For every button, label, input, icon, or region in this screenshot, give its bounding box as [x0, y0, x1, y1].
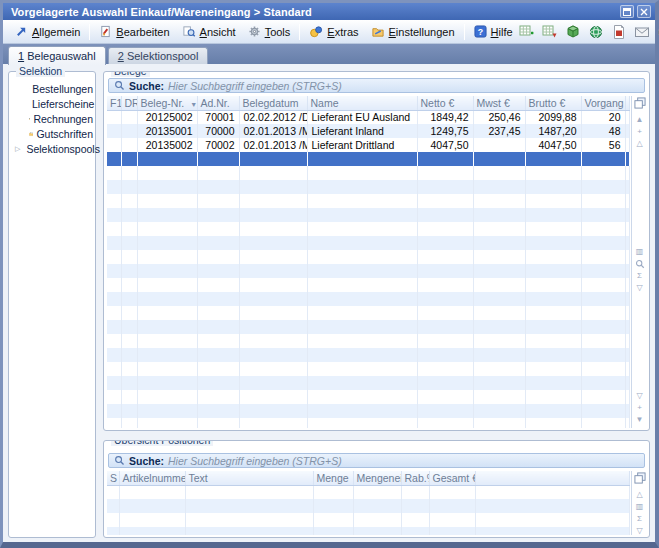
- table-row[interactable]: 201350027000202.01.2013 /MiLieferant Dri…: [107, 138, 630, 152]
- menu-hilfe[interactable]: ? Hilfe: [468, 23, 519, 40]
- menu-tools[interactable]: Tools: [242, 23, 297, 40]
- table-row[interactable]: [107, 152, 630, 166]
- search-placeholder: Hier Suchbegriff eingeben (STRG+S): [168, 455, 342, 467]
- filter-button[interactable]: ▽: [633, 282, 646, 294]
- column-header[interactable]: Mwst €: [473, 96, 525, 110]
- sidebar-item-selektionspools[interactable]: ▷Selektionspools: [9, 141, 95, 156]
- belege-panel-title: Belege: [111, 71, 150, 77]
- table-row[interactable]: [107, 390, 630, 404]
- globe-button[interactable]: [588, 23, 605, 40]
- table-row[interactable]: [107, 250, 630, 264]
- column-header[interactable]: Gesamt €: [429, 471, 475, 485]
- table-row[interactable]: [107, 306, 630, 320]
- close-button[interactable]: [637, 5, 651, 18]
- table-row[interactable]: [107, 222, 630, 236]
- menu-ansicht[interactable]: Ansicht: [176, 23, 242, 40]
- table-row[interactable]: [107, 320, 630, 334]
- column-header[interactable]: Brutto €: [525, 96, 581, 110]
- column-header[interactable]: Netto €: [417, 96, 473, 110]
- table-row[interactable]: [107, 334, 630, 348]
- column-header[interactable]: F1: [107, 96, 121, 110]
- restore-button[interactable]: [620, 5, 634, 18]
- app-window: Vorgelagerte Auswahl Einkauf/Wareneingan…: [0, 0, 659, 548]
- table-row[interactable]: [107, 513, 630, 527]
- positionen-search-input[interactable]: Suche: Hier Suchbegriff eingeben (STRG+S…: [108, 453, 645, 468]
- column-header[interactable]: Name: [307, 96, 417, 110]
- menu-einstellungen[interactable]: Einstellungen: [365, 23, 461, 40]
- table-row[interactable]: [107, 292, 630, 306]
- positionen-panel: Übersicht Positionen Suche: Hier Suchbeg…: [103, 440, 650, 538]
- column-header[interactable]: Mengeneinheit: [353, 471, 401, 485]
- table-row[interactable]: [107, 264, 630, 278]
- content-area: Selektion BestellungenLieferscheineRechn…: [3, 64, 655, 542]
- column-header[interactable]: Text: [185, 471, 313, 485]
- page-up-button[interactable]: △: [633, 138, 646, 150]
- insert-table-button[interactable]: [519, 23, 536, 40]
- table-row[interactable]: [107, 180, 630, 194]
- sidebar-item-rechnungen[interactable]: Rechnungen: [9, 111, 95, 126]
- table-row[interactable]: [107, 499, 630, 513]
- search-button[interactable]: [633, 258, 646, 270]
- table-row[interactable]: [107, 485, 630, 499]
- tools-gear-icon: [248, 25, 261, 38]
- column-header[interactable]: [625, 96, 630, 110]
- scroll-top-button[interactable]: ▲: [633, 114, 646, 126]
- table-row[interactable]: [107, 166, 630, 180]
- sum-button[interactable]: Σ: [633, 270, 646, 282]
- expander-icon[interactable]: ▷: [15, 145, 20, 153]
- columns-view-button[interactable]: ▥: [633, 246, 646, 258]
- selektion-panel: Selektion BestellungenLieferscheineRechn…: [8, 71, 96, 538]
- page-up-button[interactable]: △: [633, 489, 646, 501]
- table-row[interactable]: [107, 348, 630, 362]
- tab-selektionspool[interactable]: 2 Selektionspool: [108, 47, 209, 64]
- table-row[interactable]: [107, 208, 630, 222]
- table-row[interactable]: [107, 527, 630, 535]
- table-row[interactable]: [107, 236, 630, 250]
- positionen-table: SArtikelnummerTextMengeMengeneinheitRab.…: [107, 471, 630, 535]
- table-row[interactable]: [107, 376, 630, 390]
- menu-separator: [464, 24, 465, 40]
- table-row[interactable]: [107, 194, 630, 208]
- column-header[interactable]: Ad.Nr.: [197, 96, 239, 110]
- table-row[interactable]: 201350017000002.01.2013 /MiLieferant Inl…: [107, 124, 630, 138]
- export-table-button[interactable]: [542, 23, 559, 40]
- sidebar-item-gutschriften[interactable]: Gutschriften: [9, 126, 95, 141]
- sidebar-item-lieferscheine[interactable]: Lieferscheine: [9, 96, 95, 111]
- pdf-document-icon: [611, 24, 627, 40]
- columns-view-button[interactable]: ▥: [633, 501, 646, 513]
- column-chooser-button[interactable]: [633, 97, 646, 109]
- column-header[interactable]: Menge: [313, 471, 353, 485]
- package-export-button[interactable]: [565, 23, 582, 40]
- column-header[interactable]: Vorgang: [581, 96, 625, 110]
- table-row[interactable]: 201250027000102.02.2012 /DoLieferant EU …: [107, 110, 630, 124]
- column-header[interactable]: [475, 471, 630, 485]
- scroll-bottom-button[interactable]: ▼: [633, 414, 646, 426]
- column-header[interactable]: S: [107, 471, 119, 485]
- email-button[interactable]: [634, 23, 651, 40]
- row-down-button[interactable]: +: [633, 402, 646, 414]
- table-row[interactable]: [107, 404, 630, 418]
- tab-belegauswahl[interactable]: 1 Belegauswahl: [8, 46, 106, 65]
- sum-button[interactable]: Σ: [633, 513, 646, 525]
- sidebar-item-bestellungen[interactable]: Bestellungen: [9, 81, 95, 96]
- table-row[interactable]: [107, 418, 630, 428]
- belege-search-input[interactable]: Suche: Hier Suchbegriff eingeben (STRG+S…: [108, 78, 645, 93]
- menu-bearbeiten[interactable]: Bearbeiten: [93, 23, 175, 40]
- column-header[interactable]: DR: [121, 96, 137, 110]
- page-down-button[interactable]: ▽: [633, 390, 646, 402]
- search-label: Suche:: [129, 455, 164, 467]
- sidebar-item-label: Rechnungen: [33, 113, 93, 125]
- table-row[interactable]: [107, 278, 630, 292]
- column-header[interactable]: Rab.%: [401, 471, 429, 485]
- menu-allgemein[interactable]: Allgemein: [9, 23, 86, 40]
- column-header[interactable]: Beleg-Nr.▼: [137, 96, 197, 110]
- pdf-document-button[interactable]: [611, 23, 628, 40]
- table-row[interactable]: [107, 362, 630, 376]
- menu-extras[interactable]: Extras: [303, 23, 364, 40]
- page-down-button[interactable]: ▽: [633, 525, 646, 535]
- column-header[interactable]: Belegdatum: [239, 96, 307, 110]
- column-header[interactable]: Artikelnummer: [119, 471, 185, 485]
- globe-icon: [588, 24, 604, 40]
- row-up-button[interactable]: +: [633, 126, 646, 138]
- column-chooser-button[interactable]: [633, 472, 646, 484]
